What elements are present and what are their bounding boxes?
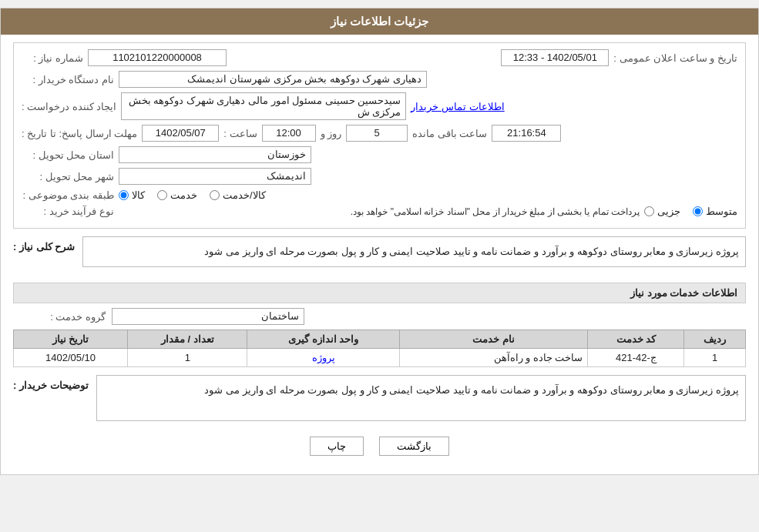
process-motavasset-label: متوسط (706, 206, 737, 217)
need-description-label: شرح کلی نیاز : (13, 236, 75, 253)
announce-datetime-value: 1402/05/01 - 12:33 (501, 49, 609, 66)
table-row: 1 ج-42-421 ساخت جاده و راه‌آهن پروژه 1 1… (14, 349, 746, 367)
announce-datetime-label: تاریخ و ساعت اعلان عمومی : (613, 52, 737, 64)
back-button[interactable]: بازگشت (379, 437, 449, 456)
process-jozi-label: جزیی (657, 206, 680, 217)
response-time-value: 12:00 (262, 125, 316, 142)
response-remaining-label: ساعت باقی مانده (412, 128, 487, 139)
need-description-box: پروژه زیرسازی و معابر روستای دوکوهه و بر… (82, 236, 746, 267)
process-type-label: نوع فرآیند خرید : (22, 206, 114, 217)
category-kala-khedmat-label: کالا/خدمت (223, 189, 266, 201)
process-radio-group: متوسط جزیی (644, 206, 737, 217)
category-khedmat[interactable]: خدمت (157, 189, 197, 201)
response-days-value: 5 (346, 125, 408, 142)
city-value: اندیمشک (119, 168, 311, 185)
table-cell-date: 1402/05/10 (14, 349, 128, 367)
page-title: جزئیات اطلاعات نیاز (1, 8, 758, 35)
table-cell-quantity: 1 (128, 349, 247, 367)
service-group-value: ساختمان (112, 308, 304, 325)
table-header-date: تاریخ نیاز (14, 330, 128, 349)
creator-label: ایجاد کننده درخواست : (22, 101, 116, 112)
buyer-notes-box: پروژه زیرسازی و معابر روستای دوکوهه و بر… (96, 375, 746, 421)
creator-value: سیدحسین حسینی مسئول امور مالی دهیاری شهر… (121, 92, 406, 120)
creator-contact-link[interactable]: اطلاعات تماس خریدار (411, 101, 504, 112)
need-number-label: شماره نیاز : (22, 52, 83, 64)
table-cell-row: 1 (684, 349, 746, 367)
category-label: طبقه بندی موضوعی : (22, 189, 114, 201)
process-note: پرداخت تمام یا بخشی از مبلغ خریدار از مح… (119, 206, 640, 217)
province-value: خوزستان (119, 146, 311, 163)
process-motavasset[interactable]: متوسط (693, 206, 737, 217)
print-button[interactable]: چاپ (310, 437, 364, 456)
category-kala-khedmat[interactable]: کالا/خدمت (210, 189, 266, 201)
city-label: شهر محل تحویل : (22, 171, 114, 182)
need-number-value: 1102101220000008 (88, 49, 227, 66)
table-cell-unit: پروژه (247, 349, 400, 367)
table-header-quantity: تعداد / مقدار (128, 330, 247, 349)
buyer-org-value: دهیاری شهرک دوکوهه بخش مرکزی شهرستان اند… (119, 71, 427, 88)
category-kala-label: کالا (132, 189, 145, 201)
services-section-title: اطلاعات خدمات مورد نیاز (13, 283, 746, 303)
process-jozi[interactable]: جزیی (644, 206, 680, 217)
response-days-label: روز و (321, 128, 342, 139)
category-khedmat-label: خدمت (170, 189, 197, 201)
response-time-label: ساعت : (223, 128, 257, 139)
table-cell-code: ج-42-421 (588, 349, 684, 367)
table-header-code: کد خدمت (588, 330, 684, 349)
response-deadline-label: مهلت ارسال پاسخ: تا تاریخ : (22, 128, 137, 139)
table-header-unit: واحد اندازه گیری (247, 330, 400, 349)
category-kala[interactable]: کالا (119, 189, 145, 201)
table-header-row: ردیف (684, 330, 746, 349)
buyer-org-label: نام دستگاه خریدار : (22, 74, 114, 85)
service-group-label: گروه خدمت : (13, 311, 106, 323)
services-table: ردیف کد خدمت نام خدمت واحد اندازه گیری ت… (13, 330, 746, 367)
province-label: استان محل تحویل : (22, 149, 114, 161)
table-header-name: نام خدمت (400, 330, 588, 349)
response-date-value: 1402/05/07 (142, 125, 219, 142)
table-cell-name: ساخت جاده و راه‌آهن (400, 349, 588, 367)
category-radio-group: کالا/خدمت خدمت کالا (119, 189, 266, 201)
response-remaining-value: 21:16:54 (492, 125, 561, 142)
buyer-notes-label: توضیحات خریدار : (13, 375, 89, 391)
